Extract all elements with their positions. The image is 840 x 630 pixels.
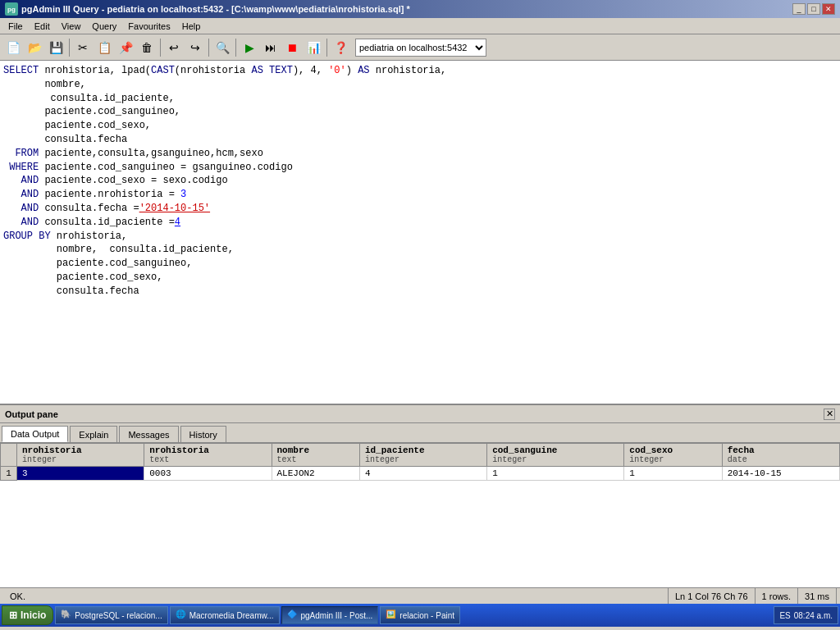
taskbar-icon-2: 🔷 (287, 609, 299, 621)
col-header-cod-sexo[interactable]: cod_sexo integer (624, 444, 722, 467)
undo-button[interactable]: ↩ (164, 38, 184, 57)
sep1 (69, 39, 70, 57)
status-bar: OK. Ln 1 Col 76 Ch 76 1 rows. 31 ms (0, 587, 840, 604)
sep4 (235, 39, 236, 57)
maximize-button[interactable]: □ (807, 3, 820, 15)
cell-nrohistoria-int[interactable]: 3 (17, 467, 144, 481)
status-time: 31 ms (798, 588, 837, 604)
sep2 (160, 39, 161, 57)
taskbar-item-3[interactable]: 🖼️ relacion - Paint (380, 606, 460, 624)
clear-button[interactable]: 🗑 (137, 38, 157, 57)
table-row: 1 3 0003 ALEJON2 4 1 1 2014-10-15 (1, 467, 840, 481)
open-button[interactable]: 📂 (25, 38, 44, 57)
paste-button[interactable]: 📌 (116, 38, 135, 57)
output-close-button[interactable]: ✕ (824, 409, 835, 420)
results-area[interactable]: nrohistoria integer nrohistoria text nom… (0, 443, 840, 587)
menu-help[interactable]: Help (177, 21, 206, 32)
sep3 (208, 39, 209, 57)
tab-data-output[interactable]: Data Output (2, 426, 68, 442)
taskbar-item-0[interactable]: 🐘 PostgreSQL - relacion... (55, 606, 167, 624)
taskbar-item-1[interactable]: 🌐 Macromedia Dreamw... (170, 606, 280, 624)
stop-button[interactable]: ⏹ (282, 38, 302, 57)
table-header-row: nrohistoria integer nrohistoria text nom… (1, 444, 840, 467)
col-header-rownum (1, 444, 17, 467)
run-script-button[interactable]: ⏭ (261, 38, 281, 57)
tab-explain[interactable]: Explain (70, 426, 117, 442)
col-header-id-paciente[interactable]: id_paciente integer (359, 444, 486, 467)
status-ok: OK. (3, 588, 669, 604)
cell-id-paciente[interactable]: 4 (359, 467, 486, 481)
taskbar-tray: ES 08:24 a.m. (774, 606, 838, 624)
menu-query[interactable]: Query (87, 21, 121, 32)
tab-messages[interactable]: Messages (119, 426, 178, 442)
col-header-fecha[interactable]: fecha date (722, 444, 839, 467)
close-button[interactable]: ✕ (822, 3, 835, 15)
menu-favourites[interactable]: Favourites (123, 21, 175, 32)
app-icon: pg (5, 2, 18, 16)
find-button[interactable]: 🔍 (212, 38, 232, 57)
tray-lang: ES (779, 611, 790, 620)
status-position: Ln 1 Col 76 Ch 76 (669, 588, 756, 604)
status-rows: 1 rows. (756, 588, 798, 604)
start-button[interactable]: ⊞ Inicio (2, 605, 53, 625)
taskbar-icon-0: 🐘 (61, 609, 72, 621)
help-button[interactable]: ❓ (331, 38, 350, 57)
results-table: nrohistoria integer nrohistoria text nom… (0, 443, 840, 481)
cell-nrohistoria-text[interactable]: 0003 (144, 467, 272, 481)
new-button[interactable]: 📄 (3, 38, 23, 57)
start-label: Inicio (21, 609, 46, 621)
menu-edit[interactable]: Edit (30, 21, 55, 32)
window-controls: _ □ ✕ (792, 3, 835, 15)
cut-button[interactable]: ✂ (73, 38, 93, 57)
row-num-1: 1 (1, 467, 17, 481)
tray-time: 08:24 a.m. (794, 611, 833, 620)
connection-box: pediatria on localhost:5432 (355, 39, 486, 57)
menu-bar: File Edit View Query Favourites Help (0, 18, 840, 34)
sql-editor[interactable]: SELECT nrohistoria, lpad(CAST(nrohistori… (0, 61, 840, 405)
title-bar: pg pgAdmin III Query - pediatria on loca… (0, 0, 840, 18)
redo-button[interactable]: ↪ (185, 38, 205, 57)
explain-button[interactable]: 📊 (304, 38, 323, 57)
cell-nombre[interactable]: ALEJON2 (272, 467, 359, 481)
taskbar-label-3: relacion - Paint (399, 611, 454, 620)
taskbar-label-0: PostgreSQL - relacion... (75, 611, 162, 620)
minimize-button[interactable]: _ (792, 3, 806, 15)
cell-cod-sanguineo[interactable]: 1 (487, 467, 624, 481)
tab-history[interactable]: History (180, 426, 226, 442)
windows-icon: ⊞ (9, 609, 17, 621)
connection-select[interactable]: pediatria on localhost:5432 (355, 39, 486, 57)
output-pane: Output pane ✕ Data Output Explain Messag… (0, 405, 840, 587)
sep5 (326, 39, 327, 57)
col-header-nrohistoria-text[interactable]: nrohistoria text (144, 444, 272, 467)
menu-file[interactable]: File (3, 21, 28, 32)
output-title: Output pane (5, 409, 58, 419)
taskbar-icon-3: 🖼️ (386, 609, 397, 621)
taskbar-label-1: Macromedia Dreamw... (189, 611, 274, 620)
save-button[interactable]: 💾 (46, 38, 66, 57)
taskbar: ⊞ Inicio 🐘 PostgreSQL - relacion... 🌐 Ma… (0, 604, 840, 627)
copy-button[interactable]: 📋 (94, 38, 114, 57)
menu-view[interactable]: View (57, 21, 86, 32)
taskbar-label-2: pgAdmin III - Post... (301, 611, 373, 620)
col-header-cod-sanguineo[interactable]: cod_sanguine integer (487, 444, 624, 467)
taskbar-item-2[interactable]: 🔷 pgAdmin III - Post... (281, 606, 379, 624)
cell-fecha[interactable]: 2014-10-15 (722, 467, 839, 481)
col-header-nrohistoria-int[interactable]: nrohistoria integer (17, 444, 144, 467)
title-bar-text: pgAdmin III Query - pediatria on localho… (21, 4, 410, 14)
col-header-nombre[interactable]: nombre text (272, 444, 359, 467)
tabs-bar: Data Output Explain Messages History (0, 423, 840, 443)
output-header: Output pane ✕ (0, 405, 840, 423)
run-button[interactable]: ▶ (240, 38, 259, 57)
toolbar: 📄 📂 💾 ✂ 📋 📌 🗑 ↩ ↪ 🔍 ▶ ⏭ ⏹ 📊 ❓ pediatria … (0, 34, 840, 61)
taskbar-icon-1: 🌐 (176, 609, 187, 621)
cell-cod-sexo[interactable]: 1 (624, 467, 722, 481)
